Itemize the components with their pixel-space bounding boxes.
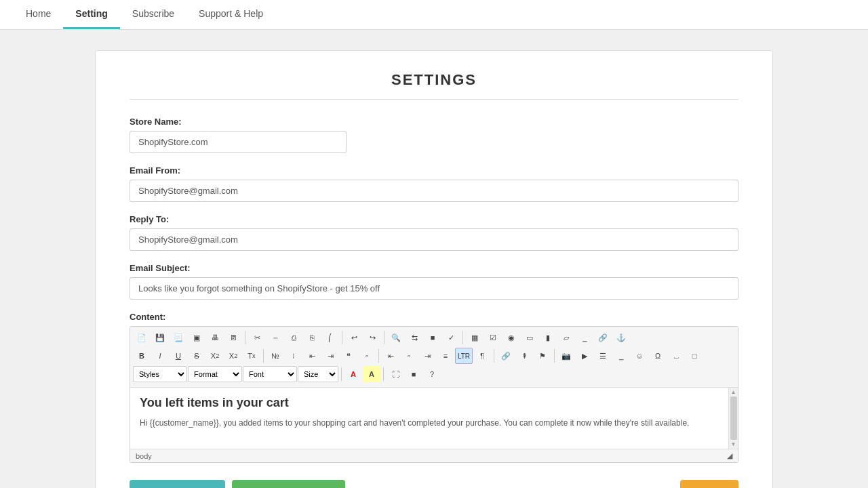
- toolbar-creatediv-btn[interactable]: ▫: [358, 348, 376, 364]
- editor-body[interactable]: You left items in your cart Hi {{custome…: [130, 388, 738, 449]
- toolbar-find-btn[interactable]: 🔍: [387, 329, 405, 346]
- toolbar-fontcolor-btn[interactable]: A: [344, 366, 362, 382]
- toolbar-textfield-btn[interactable]: ▭: [521, 329, 538, 346]
- toolbar-table2-btn[interactable]: ☰: [594, 348, 612, 364]
- toolbar-indent-btn[interactable]: ⇥: [321, 348, 339, 364]
- content-group: Content: 📄 💾 📃 ▣: [130, 312, 738, 463]
- toolbar-align-right-btn[interactable]: ⇥: [418, 348, 436, 364]
- email-subject-input[interactable]: [130, 277, 738, 300]
- toolbar-ul-btn[interactable]: ⁝: [285, 348, 302, 364]
- toolbar-paste-btn[interactable]: ⎙: [285, 329, 302, 346]
- toolbar-sep-2: [342, 331, 342, 344]
- scrollbar[interactable]: ▲ ▼: [728, 388, 738, 449]
- format-select[interactable]: Format: [188, 366, 242, 382]
- toolbar-image-btn[interactable]: 📷: [557, 348, 575, 364]
- toolbar-hline-btn[interactable]: ⎯: [612, 348, 630, 364]
- toolbar-row-2: B I U S X2 X2 Tx № ⁝ ⇤ ⇥ ❝ ▫ ⇤ ▫: [133, 348, 735, 364]
- toolbar-smiley-btn[interactable]: ☺: [631, 348, 648, 364]
- styles-select[interactable]: Styles: [133, 366, 187, 382]
- toolbar-replace-btn[interactable]: ⇆: [406, 329, 423, 346]
- nav-subscribe[interactable]: Subscribe: [120, 0, 186, 29]
- toolbar-radio-btn[interactable]: ◉: [502, 329, 520, 346]
- toolbar-outdent-btn[interactable]: ⇤: [303, 348, 321, 364]
- paste-icon: ⎙: [292, 333, 296, 342]
- toolbar-row-3: Styles Format Font Size A A ⛶: [133, 366, 735, 385]
- reply-to-group: Reply To:: [130, 214, 738, 251]
- toolbar-link2-btn[interactable]: ⇞: [515, 348, 533, 364]
- toolbar-sep-3: [384, 331, 384, 344]
- nav-setting[interactable]: Setting: [63, 0, 119, 29]
- toolbar-unlink-btn[interactable]: 🔗: [497, 348, 515, 364]
- toolbar-checkbox-btn[interactable]: ☑: [484, 329, 502, 346]
- resize-handle-icon[interactable]: ◢: [727, 451, 732, 460]
- toolbar-new-btn[interactable]: 📃: [170, 329, 187, 346]
- toolbar-paste-from-word-btn[interactable]: ⎛: [321, 329, 339, 346]
- action-buttons-row: Send a Test Email Preview Email Content …: [130, 480, 738, 488]
- toolbar-undo-btn[interactable]: ↩: [345, 329, 363, 346]
- cut-icon: ✂: [254, 333, 260, 342]
- toolbar-source-btn[interactable]: 📄: [133, 329, 151, 346]
- toolbar-redo-btn[interactable]: ↪: [363, 329, 381, 346]
- toolbar-subscript-btn[interactable]: X2: [206, 348, 224, 364]
- toolbar-flag-btn[interactable]: ⚑: [534, 348, 551, 364]
- nav-home[interactable]: Home: [14, 0, 63, 29]
- email-from-input[interactable]: [130, 180, 738, 202]
- editor-content-body: Hi {{customer_name}}, you added items to…: [140, 417, 724, 430]
- toolbar-paste-text-btn[interactable]: ⎘: [303, 329, 321, 346]
- toolbar-templates-btn[interactable]: ▣: [188, 329, 205, 346]
- store-name-input[interactable]: [130, 131, 347, 153]
- toolbar-pagebreak-btn[interactable]: ⎵: [667, 348, 685, 364]
- toolbar-strikethrough-btn[interactable]: S: [188, 348, 205, 364]
- anchor-icon: ⚓: [616, 333, 626, 342]
- toolbar-select-btn[interactable]: ▱: [557, 329, 575, 346]
- toolbar-help-btn[interactable]: ?: [423, 366, 441, 382]
- toolbar-showblocks-btn[interactable]: ■: [405, 366, 422, 382]
- toolbar-table-btn[interactable]: ▦: [466, 329, 484, 346]
- toolbar-save-btn[interactable]: 💾: [151, 329, 169, 346]
- toolbar-anchor-btn[interactable]: ⚓: [612, 329, 630, 346]
- link-icon: 🔗: [598, 333, 608, 342]
- toolbar-textarea-btn[interactable]: ▮: [539, 329, 557, 346]
- toolbar-flash-btn[interactable]: ▶: [576, 348, 593, 364]
- toolbar-removeformat-btn[interactable]: Tx: [243, 348, 260, 364]
- toolbar-link-btn[interactable]: 🔗: [594, 329, 612, 346]
- update-button[interactable]: Update: [680, 480, 738, 488]
- toolbar-italic-btn[interactable]: I: [151, 348, 169, 364]
- toolbar-cut-btn[interactable]: ✂: [248, 329, 266, 346]
- replace-icon: ⇆: [412, 333, 418, 342]
- toolbar-preview-btn[interactable]: 🖹: [224, 329, 242, 346]
- page-title: SETTINGS: [130, 71, 738, 100]
- send-test-email-button[interactable]: Send a Test Email: [130, 480, 225, 488]
- toolbar-iframe-btn[interactable]: □: [686, 348, 703, 364]
- source-icon: 📄: [137, 333, 146, 342]
- toolbar-sep-9: [341, 367, 342, 381]
- toolbar-copy-btn[interactable]: ⎓: [267, 329, 284, 346]
- toolbar-bgcolor-btn[interactable]: A: [363, 366, 380, 382]
- toolbar-maximize-btn[interactable]: ⛶: [387, 366, 404, 382]
- toolbar-select-all-btn[interactable]: ■: [424, 329, 441, 346]
- toolbar-button-btn[interactable]: ⎯: [576, 329, 593, 346]
- nav-support[interactable]: Support & Help: [186, 0, 275, 29]
- reply-to-input[interactable]: [130, 228, 738, 251]
- toolbar-underline-btn[interactable]: U: [170, 348, 187, 364]
- toolbar-ol-btn[interactable]: №: [267, 348, 284, 364]
- toolbar-sep-1: [245, 331, 245, 344]
- size-select[interactable]: Size: [298, 366, 338, 382]
- preview-email-button[interactable]: Preview Email Content: [232, 480, 346, 488]
- toolbar-spellcheck-btn[interactable]: ✓: [442, 329, 460, 346]
- toolbar-print-btn[interactable]: 🖶: [206, 329, 224, 346]
- editor-toolbar: 📄 💾 📃 ▣ 🖶 🖹: [130, 327, 738, 388]
- font-select[interactable]: Font: [243, 366, 297, 382]
- editor-content-title: You left items in your cart: [140, 396, 724, 410]
- toolbar-superscript-btn[interactable]: X2: [224, 348, 242, 364]
- editor-status-bar: body ◢: [130, 449, 738, 462]
- toolbar-align-left-btn[interactable]: ⇤: [382, 348, 399, 364]
- toolbar-bidi-rtl-btn[interactable]: ¶: [473, 348, 491, 364]
- toolbar-bold-btn[interactable]: B: [133, 348, 151, 364]
- toolbar-blockquote-btn[interactable]: ❝: [340, 348, 357, 364]
- paste-word-icon: ⎛: [328, 333, 332, 342]
- toolbar-specialchar-btn[interactable]: Ω: [649, 348, 667, 364]
- toolbar-bidi-ltr-btn[interactable]: LTR: [455, 348, 473, 364]
- toolbar-align-center-btn[interactable]: ▫: [400, 348, 418, 364]
- toolbar-align-justify-btn[interactable]: ≡: [437, 348, 454, 364]
